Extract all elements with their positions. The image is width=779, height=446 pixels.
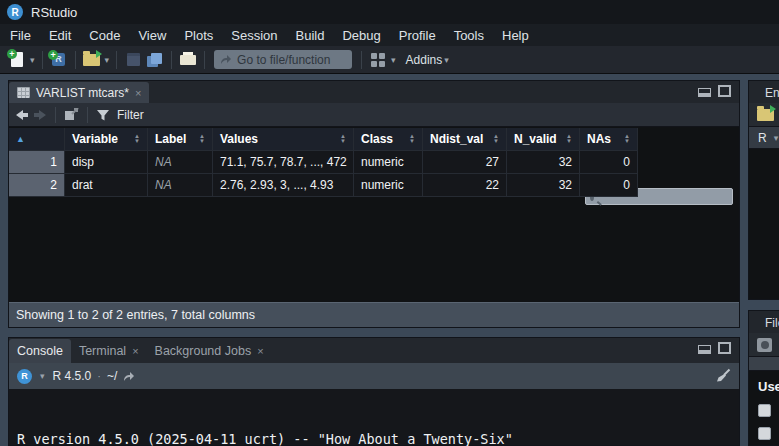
open-file-icon[interactable] — [81, 49, 103, 71]
r-version-icon[interactable]: R — [17, 369, 32, 384]
header-variable[interactable]: Variable▲▼ — [65, 128, 148, 151]
sort-icon: ▲▼ — [199, 134, 205, 144]
new-project-icon[interactable]: R+ — [48, 49, 70, 71]
tab-environment[interactable]: Envir — [765, 86, 779, 100]
minimize-pane-icon[interactable] — [698, 88, 711, 97]
rstudio-logo-icon: R — [7, 4, 23, 20]
goto-arrow-icon — [220, 54, 232, 65]
menu-help[interactable]: Help — [493, 28, 538, 43]
sort-icon: ▲▼ — [624, 134, 630, 144]
data-viewer-pane: VARLIST mtcars* × Filter ▲ Variable▲▼ — [8, 80, 740, 328]
environment-r-dropdown[interactable]: R▾ — [749, 127, 779, 149]
addins-button[interactable]: Addins — [406, 53, 443, 67]
menu-build[interactable]: Build — [287, 28, 334, 43]
header-class[interactable]: Class▲▼ — [354, 128, 423, 151]
cell-rownum[interactable]: 1 — [9, 151, 65, 174]
cell-n-valid[interactable]: 32 — [507, 151, 580, 174]
maximize-pane-icon[interactable] — [718, 85, 731, 97]
cell-nas[interactable]: 0 — [580, 174, 638, 197]
cell-values[interactable]: 71.1, 75.7, 78.7, ..., 472 — [213, 151, 354, 174]
sort-icon: ▲▼ — [134, 134, 140, 144]
source-tabbar: VARLIST mtcars* × — [9, 81, 739, 103]
files-pane: Files User — [748, 310, 779, 446]
status-text: Showing 1 to 2 of 2 entries, 7 total col… — [16, 308, 255, 322]
addins-dropdown-icon[interactable]: ▾ — [442, 55, 451, 65]
header-values[interactable]: Values▲▼ — [213, 128, 354, 151]
save-icon[interactable] — [122, 49, 144, 71]
working-directory[interactable]: ~/ — [107, 369, 117, 383]
open-file-dropdown-icon[interactable]: ▾ — [103, 55, 112, 65]
menu-view[interactable]: View — [129, 28, 175, 43]
menu-edit[interactable]: Edit — [40, 28, 80, 43]
cell-variable[interactable]: drat — [65, 174, 148, 197]
files-user-label: User — [749, 371, 779, 394]
back-icon[interactable] — [15, 109, 29, 121]
console-version-bar: R ▾ R 4.5.0 · ~/ — [9, 363, 739, 389]
menu-file[interactable]: File — [1, 28, 40, 43]
sort-icon: ▲▼ — [493, 134, 499, 144]
tab-terminal[interactable]: Terminal× — [71, 339, 147, 363]
print-icon[interactable] — [177, 49, 199, 71]
load-workspace-icon[interactable] — [757, 109, 774, 121]
new-file-package-icon[interactable] — [757, 338, 772, 352]
goto-directory-icon[interactable] — [123, 371, 135, 382]
header-label[interactable]: Label▲▼ — [148, 128, 213, 151]
menu-code[interactable]: Code — [80, 28, 129, 43]
variables-table: ▲ Variable▲▼ Label▲▼ Values▲▼ Class▲▼ Nd… — [9, 128, 639, 197]
tab-close-icon[interactable]: × — [257, 345, 263, 357]
cell-label[interactable]: NA — [148, 174, 213, 197]
menu-debug[interactable]: Debug — [333, 28, 389, 43]
forward-icon[interactable] — [33, 109, 47, 121]
cell-class[interactable]: numeric — [354, 174, 423, 197]
r-version-dropdown-icon[interactable]: ▾ — [38, 371, 47, 381]
maximize-pane-icon[interactable] — [718, 342, 731, 354]
tab-console[interactable]: Console — [9, 339, 71, 363]
menu-session[interactable]: Session — [222, 28, 286, 43]
goto-file-function-input[interactable]: Go to file/function — [214, 50, 352, 69]
cell-label[interactable]: NA — [148, 151, 213, 174]
cell-class[interactable]: numeric — [354, 151, 423, 174]
minimize-pane-icon[interactable] — [698, 345, 711, 354]
file-checkbox[interactable] — [758, 404, 771, 417]
cell-nas[interactable]: 0 — [580, 151, 638, 174]
viewer-toolbar: Filter — [9, 103, 739, 127]
save-all-icon[interactable] — [144, 49, 166, 71]
tab-background-jobs[interactable]: Background Jobs× — [147, 339, 272, 363]
table-status-bar: Showing 1 to 2 of 2 entries, 7 total col… — [9, 302, 739, 327]
menu-tools[interactable]: Tools — [445, 28, 493, 43]
menu-plots[interactable]: Plots — [175, 28, 222, 43]
sort-asc-icon: ▲ — [16, 135, 25, 144]
cell-n-valid[interactable]: 32 — [507, 174, 580, 197]
table-row: 1 disp NA 71.1, 75.7, 78.7, ..., 472 num… — [9, 151, 639, 174]
title-bar: R RStudio — [0, 0, 779, 24]
filter-icon[interactable] — [96, 109, 110, 121]
header-ndist-val[interactable]: Ndist_val▲▼ — [423, 128, 507, 151]
header-rownum[interactable]: ▲ — [9, 128, 65, 151]
console-output[interactable]: R version 4.5.0 (2025-04-11 ucrt) -- "Ho… — [9, 389, 739, 446]
table-header-row: ▲ Variable▲▼ Label▲▼ Values▲▼ Class▲▼ Nd… — [9, 128, 639, 151]
header-nas[interactable]: NAs▲▼ — [580, 128, 638, 151]
popout-window-icon[interactable] — [64, 108, 79, 121]
tab-close-icon[interactable]: × — [132, 345, 138, 357]
environment-toolbar — [749, 103, 779, 127]
new-file-icon[interactable]: + — [6, 49, 28, 71]
environment-pane: Envir R▾ — [748, 80, 779, 300]
tab-files[interactable]: Files — [765, 316, 779, 330]
menu-profile[interactable]: Profile — [390, 28, 445, 43]
cell-values[interactable]: 2.76, 2.93, 3, ..., 4.93 — [213, 174, 354, 197]
cell-ndist-val[interactable]: 27 — [423, 151, 507, 174]
panes-layout-icon[interactable] — [367, 49, 389, 71]
cell-variable[interactable]: disp — [65, 151, 148, 174]
files-tabbar: Files — [749, 311, 779, 333]
clear-console-icon[interactable] — [715, 368, 731, 384]
file-checkbox[interactable] — [758, 427, 771, 440]
filter-button[interactable]: Filter — [117, 108, 144, 122]
tab-varlist-mtcars[interactable]: VARLIST mtcars* × — [9, 82, 149, 103]
cell-ndist-val[interactable]: 22 — [423, 174, 507, 197]
header-n-valid[interactable]: N_valid▲▼ — [507, 128, 580, 151]
panes-dropdown-icon[interactable]: ▾ — [389, 55, 398, 65]
cell-rownum[interactable]: 2 — [9, 174, 65, 197]
window-title: RStudio — [31, 5, 77, 20]
new-file-dropdown-icon[interactable]: ▾ — [28, 55, 37, 65]
tab-close-icon[interactable]: × — [135, 87, 141, 99]
